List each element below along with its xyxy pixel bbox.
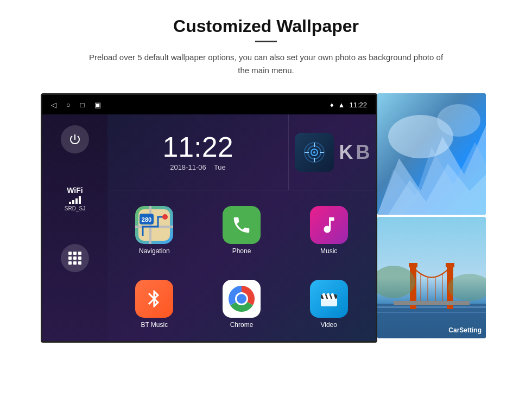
app-grid: 280 Navigation: [107, 190, 376, 343]
app-item-chrome[interactable]: Chrome: [200, 269, 283, 339]
dot-3: [78, 252, 81, 255]
android-screen: ◁ ○ □ ▣ ♦ ▲ 11:22: [41, 93, 377, 343]
screen-body: WiFi SRD_SJ: [42, 114, 376, 343]
title-divider: [255, 41, 277, 42]
bridge-wallpaper-svg: [377, 217, 486, 338]
navigation-icon: 280: [135, 206, 173, 244]
music-icon: [310, 206, 348, 244]
chrome-icon-svg: [226, 284, 257, 314]
wallpaper-ice[interactable]: [377, 93, 486, 215]
status-bar: ◁ ○ □ ▣ ♦ ▲ 11:22: [42, 95, 376, 114]
svg-point-14: [162, 214, 168, 220]
svg-point-17: [237, 294, 246, 304]
music-label: Music: [320, 247, 337, 255]
wifi-label: WiFi: [67, 186, 83, 195]
dot-4: [68, 256, 72, 260]
bluetooth-icon-svg: [144, 288, 164, 309]
wallpaper-bridge[interactable]: CarSetting: [377, 217, 486, 338]
wifi-bar-4: [79, 196, 81, 204]
broadcast-icon: [303, 142, 325, 163]
carsetting-label: CarSetting: [448, 326, 482, 334]
clock-date-value: 2018-11-06: [170, 163, 206, 171]
btmusic-icon: [135, 280, 173, 318]
phone-icon: [223, 206, 261, 244]
recent-nav-icon[interactable]: □: [80, 101, 85, 109]
wifi-widget[interactable]: [295, 133, 334, 172]
back-nav-icon[interactable]: ◁: [51, 101, 56, 109]
wifi-network: SRD_SJ: [65, 206, 85, 211]
main-content: ◁ ○ □ ▣ ♦ ▲ 11:22: [41, 93, 491, 343]
image-nav-icon[interactable]: ▣: [94, 101, 101, 109]
location-icon: ♦: [330, 101, 334, 109]
video-icon-svg: [318, 288, 340, 310]
video-icon: [310, 280, 348, 318]
power-icon: [68, 133, 81, 146]
app-item-video[interactable]: Video: [287, 269, 370, 339]
chrome-label: Chrome: [230, 321, 254, 329]
page-title: Customized Wallpaper: [173, 16, 359, 36]
svg-rect-31: [377, 306, 486, 308]
wifi-bar-2: [72, 200, 74, 204]
apps-grid-button[interactable]: [61, 244, 89, 272]
svg-point-3: [313, 151, 315, 153]
navigation-label: Navigation: [139, 247, 170, 255]
b-widget[interactable]: B: [356, 141, 370, 164]
dot-5: [73, 256, 77, 260]
music-icon-svg: [319, 215, 339, 235]
wifi-bar-3: [75, 198, 78, 204]
home-nav-icon[interactable]: ○: [66, 101, 71, 109]
svg-rect-41: [394, 301, 470, 305]
btmusic-label: BT Music: [141, 321, 168, 329]
power-button[interactable]: [61, 125, 89, 153]
main-area: 11:22 2018-11-06 Tue: [107, 114, 376, 343]
status-bar-right: ♦ ▲ 11:22: [330, 101, 367, 109]
app-item-btmusic[interactable]: BT Music: [113, 269, 196, 339]
wifi-bar-1: [69, 202, 71, 204]
status-bar-left: ◁ ○ □ ▣: [51, 101, 101, 109]
page-subtitle: Preload over 5 default wallpaper options…: [87, 51, 445, 77]
dot-6: [78, 256, 81, 260]
app-item-music[interactable]: Music: [287, 196, 370, 265]
clock-time: 11:22: [162, 133, 233, 161]
dot-8: [73, 261, 77, 265]
wifi-bars: [69, 196, 81, 204]
phone-label: Phone: [232, 247, 251, 255]
svg-rect-36: [446, 263, 454, 267]
wifi-info: WiFi SRD_SJ: [65, 186, 85, 211]
video-label: Video: [320, 321, 337, 329]
clock-date: 2018-11-06 Tue: [170, 163, 226, 171]
signal-icon: ▲: [338, 101, 345, 109]
ice-wallpaper-svg: [377, 93, 486, 215]
app-item-phone[interactable]: Phone: [200, 196, 283, 265]
top-row: 11:22 2018-11-06 Tue: [107, 114, 376, 190]
svg-rect-32: [377, 312, 486, 313]
status-time: 11:22: [349, 101, 367, 109]
chrome-icon-wrapper: [223, 280, 261, 318]
clock-day-value: Tue: [214, 163, 226, 171]
sidebar: WiFi SRD_SJ: [42, 114, 107, 343]
page-container: Customized Wallpaper Preload over 5 defa…: [0, 0, 532, 411]
svg-rect-35: [409, 263, 417, 267]
widget-area: K B: [289, 114, 376, 190]
k-widget[interactable]: K: [339, 141, 353, 164]
phone-icon-svg: [231, 215, 252, 235]
svg-point-28: [437, 104, 480, 137]
dot-2: [73, 252, 77, 255]
dot-1: [68, 252, 72, 255]
wallpaper-panel: CarSetting: [377, 93, 486, 338]
dots-grid-icon: [68, 252, 81, 265]
clock-widget: 11:22 2018-11-06 Tue: [107, 114, 289, 190]
svg-text:280: 280: [142, 216, 151, 223]
dot-7: [68, 261, 72, 265]
dot-9: [78, 261, 81, 265]
navigation-icon-svg: 280: [135, 206, 173, 244]
app-item-navigation[interactable]: 280 Navigation: [113, 196, 196, 265]
